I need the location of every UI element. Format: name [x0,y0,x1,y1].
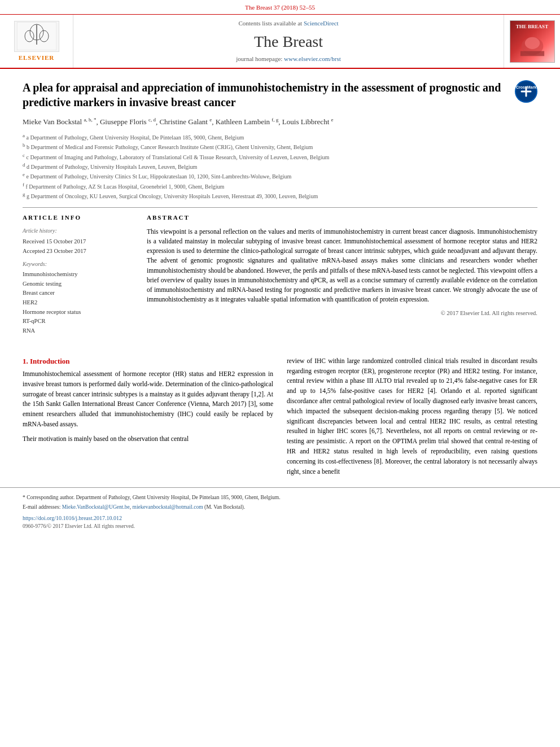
affiliation-g: g g Department of Oncology, KU Leuven, S… [23,191,537,200]
svg-rect-8 [520,51,544,56]
article-title: A plea for appraisal and appreciation of… [23,80,506,110]
journal-issue-info: The Breast 37 (2018) 52–55 [245,4,315,11]
sciencedirect-text: Contents lists available at ScienceDirec… [238,19,338,28]
body-right-col: review of IHC within large randomized co… [287,356,537,482]
main-body: 1. Introduction Immunohistochemical asse… [0,356,560,482]
journal-cover: THE BREAST [504,15,560,68]
keyword-7: RNA [23,327,135,335]
body-left-col: 1. Introduction Immunohistochemical asse… [23,356,273,482]
sciencedirect-link[interactable]: ScienceDirect [304,20,339,27]
journal-homepage: journal homepage: www.elsevier.com/brst [236,55,341,63]
elsevier-logo-section: ELSEVIER [0,15,73,68]
journal-header: The Breast 37 (2018) 52–55 ELSEVIER [0,0,560,69]
affiliation-c: c c Department of Imaging and Pathology,… [23,152,537,161]
journal-top-bar: The Breast 37 (2018) 52–55 [0,3,560,12]
journal-title: The Breast [254,30,323,53]
email-link-2[interactable]: miekevanbockstal@hotmail.com [133,504,203,510]
doi-link[interactable]: https://doi.org/10.1016/j.breast.2017.10… [23,515,122,521]
affiliations: a a Department of Pathology, Ghent Unive… [23,132,537,200]
authors: Mieke Van Bockstal a, b, *, Giuseppe Flo… [23,116,537,128]
section-1-label: 1. Introduction [23,356,273,366]
crossmark-badge: CrossMark [515,80,537,103]
keywords-label: Keywords: [23,260,135,268]
body-two-col: 1. Introduction Immunohistochemical asse… [23,356,537,482]
abstract-title: ABSTRACT [147,213,537,222]
received-date: Received 15 October 2017 [23,238,135,246]
keyword-3: Breast cancer [23,289,135,298]
affiliation-d: d d Department of Pathology, University … [23,161,537,171]
cover-image: THE BREAST [510,20,555,63]
email-addresses: E-mail addresses: Mieke.VanBockstal@UGen… [23,503,537,511]
abstract-col: ABSTRACT This viewpoint is a personal re… [147,213,537,337]
intro-paragraph-2: Their motivation is mainly based on the … [23,434,273,444]
keyword-5: Hormone receptor status [23,308,135,317]
affiliation-a: a a Department of Pathology, Ghent Unive… [23,132,537,142]
footnote-section: * Corresponding author. Department of Pa… [0,487,560,534]
info-abstract-section: ARTICLE INFO Article history: Received 1… [23,213,537,337]
elsevier-logo-image [14,21,59,52]
keyword-2: Genomic testing [23,280,135,289]
right-col-paragraph-1: review of IHC within large randomized co… [287,356,537,477]
corresponding-author-note: * Corresponding author. Department of Pa… [23,493,537,501]
affiliation-e: e e Department of Pathology, University … [23,171,537,181]
article-info-col: ARTICLE INFO Article history: Received 1… [23,213,135,337]
affiliation-b: b b Department of Medical and Forensic P… [23,142,537,151]
copyright-notice: © 2017 Elsevier Ltd. All rights reserved… [147,309,537,318]
issn-line: 0960-9776/© 2017 Elsevier Ltd. All right… [23,523,537,530]
article-info-title: ARTICLE INFO [23,213,135,222]
keyword-1: Immunohistochemistry [23,270,135,279]
journal-homepage-link[interactable]: www.elsevier.com/brst [284,55,341,62]
doi-line: https://doi.org/10.1016/j.breast.2017.10… [23,513,537,523]
divider-1 [23,207,537,208]
intro-paragraph-1: Immunohistochemical assessment of hormon… [23,369,273,430]
affiliation-f: f f Department of Pathology, AZ St Lucas… [23,181,537,191]
article-history-label: Article history: [23,227,135,235]
abstract-text: This viewpoint is a personal reflection … [147,227,537,305]
keyword-4: HER2 [23,299,135,307]
article-content: A plea for appraisal and appreciation of… [0,69,560,356]
journal-center: Contents lists available at ScienceDirec… [73,15,504,68]
svg-point-7 [524,37,539,49]
article-title-section: A plea for appraisal and appreciation of… [23,80,537,110]
header-inner: ELSEVIER Contents lists available at Sci… [0,14,560,68]
email-link-1[interactable]: Mieke.VanBockstal@UGent.be [62,504,130,510]
keyword-6: RT-qPCR [23,317,135,326]
page-wrapper: The Breast 37 (2018) 52–55 ELSEVIER [0,0,560,747]
elsevier-label: ELSEVIER [19,54,55,62]
accepted-date: Accepted 23 October 2017 [23,247,135,256]
